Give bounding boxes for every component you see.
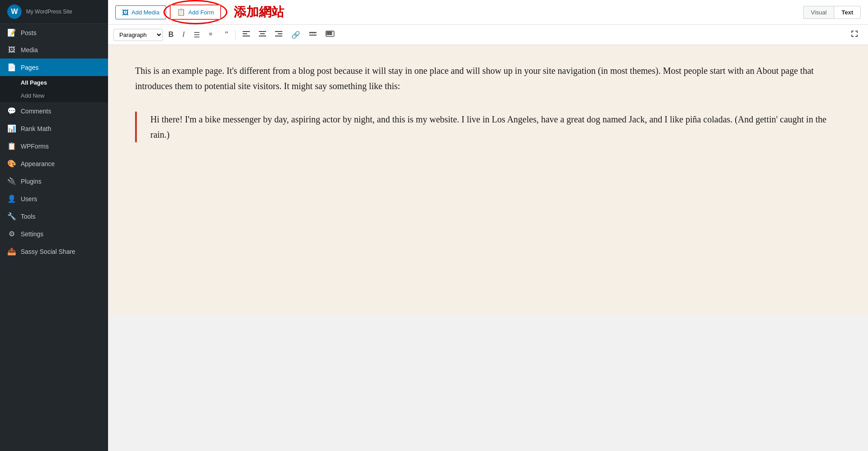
svg-rect-5	[260, 33, 265, 34]
wpforms-icon: 📋	[7, 142, 16, 150]
sidebar-label-comments: Comments	[21, 108, 51, 115]
posts-icon: 📝	[7, 28, 16, 37]
svg-rect-18	[329, 34, 330, 35]
add-media-button[interactable]: 🖼 Add Media	[115, 5, 166, 19]
sidebar-label-users: Users	[21, 195, 37, 203]
main-content: 🖼 Add Media 📋 Add Form 添加網站 Visual	[108, 0, 868, 451]
svg-rect-4	[259, 31, 266, 32]
toolbar-divider-1	[235, 29, 235, 40]
sidebar-site-name: My WordPress Site	[26, 9, 72, 15]
tab-visual[interactable]: Visual	[803, 6, 834, 19]
sidebar-label-rank-math: Rank Math	[21, 125, 51, 132]
sidebar-label-pages: Pages	[21, 64, 39, 71]
submenu-all-pages[interactable]: All Pages	[0, 76, 108, 89]
svg-rect-16	[330, 32, 332, 33]
tab-text[interactable]: Text	[834, 6, 861, 19]
svg-rect-2	[243, 33, 247, 34]
sidebar-label-sassy: Sassy Social Share	[21, 248, 75, 255]
editor-top-left: 🖼 Add Media 📋 Add Form 添加網站	[115, 4, 284, 21]
editor-tab-buttons: Visual Text	[803, 6, 861, 19]
align-center-button[interactable]	[255, 28, 270, 41]
sidebar-item-appearance[interactable]: 🎨 Appearance	[0, 155, 108, 172]
sidebar-item-rank-math[interactable]: 📊 Rank Math	[0, 120, 108, 137]
ol-icon: ≡	[209, 31, 216, 39]
link-icon: 🔗	[291, 31, 300, 39]
link-button[interactable]: 🔗	[288, 29, 304, 41]
editor-toolbar: Paragraph Heading 1 Heading 2 Heading 3 …	[108, 25, 868, 45]
sidebar-label-appearance: Appearance	[21, 160, 55, 167]
sidebar-item-settings[interactable]: ⚙ Settings	[0, 225, 108, 243]
media-icon: 🖼	[7, 46, 16, 54]
keyboard-icon	[326, 31, 335, 38]
more-icon	[309, 31, 316, 39]
svg-rect-10	[309, 32, 316, 33]
sidebar-item-posts[interactable]: 📝 Posts	[0, 24, 108, 41]
svg-rect-6	[259, 36, 266, 36]
users-icon: 👤	[7, 194, 16, 203]
sidebar-label-plugins: Plugins	[21, 178, 41, 185]
svg-rect-17	[327, 34, 328, 35]
submenu-add-new[interactable]: Add New	[0, 89, 108, 102]
svg-rect-8	[278, 33, 282, 34]
align-right-icon	[275, 31, 282, 39]
sidebar-item-comments[interactable]: 💬 Comments	[0, 102, 108, 120]
sidebar-item-wpforms[interactable]: 📋 WPForms	[0, 137, 108, 155]
svg-rect-7	[275, 31, 282, 32]
svg-rect-3	[243, 36, 250, 36]
editor-content-area[interactable]: This is an example page. It's different …	[108, 45, 868, 315]
settings-icon: ⚙	[7, 230, 16, 238]
editor-blockquote: Hi there! I'm a bike messenger by day, a…	[135, 112, 841, 142]
editor-wrapper: 🖼 Add Media 📋 Add Form 添加網站 Visual	[108, 0, 868, 451]
editor-top-bar: 🖼 Add Media 📋 Add Form 添加網站 Visual	[108, 0, 868, 25]
paragraph-select[interactable]: Paragraph Heading 1 Heading 2 Heading 3	[113, 29, 163, 41]
svg-rect-11	[309, 35, 316, 36]
blockquote-button[interactable]: "	[222, 28, 231, 41]
sidebar-logo: W My WordPress Site	[0, 0, 108, 24]
chinese-title: 添加網站	[234, 4, 284, 21]
sidebar: W My WordPress Site 📝 Posts 🖼 Media 📄 Pa…	[0, 0, 108, 451]
expand-icon	[850, 32, 859, 40]
sidebar-label-wpforms: WPForms	[21, 143, 49, 150]
pages-icon: 📄	[7, 63, 16, 72]
comments-icon: 💬	[7, 107, 16, 115]
sidebar-label-tools: Tools	[21, 213, 36, 220]
sidebar-label-media: Media	[21, 46, 38, 54]
more-button[interactable]	[306, 28, 320, 41]
italic-button[interactable]: I	[179, 29, 188, 41]
svg-text:≡: ≡	[209, 31, 212, 37]
add-form-wrapper: 📋 Add Form	[170, 5, 221, 20]
quote-icon: "	[225, 30, 228, 39]
sidebar-item-sassy-social-share[interactable]: 📤 Sassy Social Share	[0, 243, 108, 260]
sassy-icon: 📤	[7, 247, 16, 256]
ul-icon: ☰	[194, 31, 200, 39]
plugins-icon: 🔌	[7, 177, 16, 185]
add-form-icon: 📋	[177, 8, 185, 16]
sidebar-item-tools[interactable]: 🔧 Tools	[0, 207, 108, 225]
add-media-icon: 🖼	[122, 9, 129, 16]
align-left-icon	[243, 31, 250, 39]
svg-rect-9	[275, 36, 282, 36]
sidebar-item-users[interactable]: 👤 Users	[0, 190, 108, 207]
svg-rect-19	[330, 34, 332, 35]
sidebar-item-plugins[interactable]: 🔌 Plugins	[0, 172, 108, 190]
keyboard-shortcut-button[interactable]	[322, 29, 338, 41]
bold-button[interactable]: B	[165, 29, 177, 41]
sidebar-item-pages[interactable]: 📄 Pages	[0, 59, 108, 76]
appearance-icon: 🎨	[7, 159, 16, 168]
ordered-list-button[interactable]: ≡	[205, 28, 220, 41]
align-right-button[interactable]	[271, 28, 286, 41]
add-form-button[interactable]: 📋 Add Form	[170, 5, 221, 20]
tools-icon: 🔧	[7, 212, 16, 221]
sidebar-label-settings: Settings	[21, 230, 44, 238]
align-left-button[interactable]	[239, 28, 253, 41]
svg-rect-14	[327, 32, 328, 33]
sidebar-label-posts: Posts	[21, 29, 36, 36]
rank-math-icon: 📊	[7, 124, 16, 133]
unordered-list-button[interactable]: ☰	[190, 29, 203, 41]
expand-button[interactable]	[846, 27, 863, 42]
sidebar-item-media[interactable]: 🖼 Media	[0, 41, 108, 59]
editor-main-text: This is an example page. It's different …	[135, 63, 841, 94]
svg-rect-1	[243, 31, 250, 32]
align-center-icon	[259, 31, 266, 39]
svg-rect-15	[329, 32, 330, 33]
